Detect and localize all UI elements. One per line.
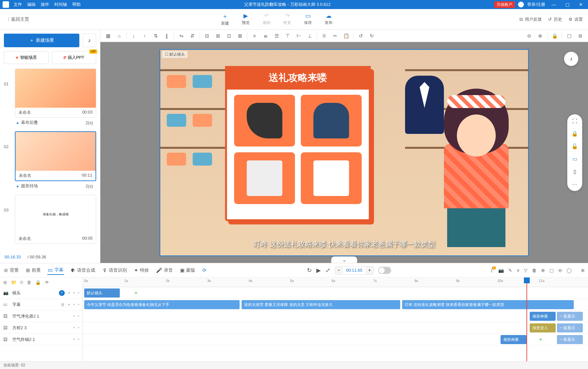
publish-button[interactable]: ☁发布 [325,12,333,26]
track-header-subtitle[interactable]: cc 字幕 🗑 + • • [0,299,83,310]
scene-card-3[interactable]: 准备礼物，略感艰 未命名00:05 [15,195,96,244]
new-button[interactable]: ＋新建 [221,12,229,26]
dot-icon[interactable]: • [78,314,79,319]
scene-music-button[interactable]: ♪ [83,34,96,47]
play-button[interactable]: ▶ [316,267,321,274]
close-button[interactable]: ✕ [576,2,586,7]
lock-group-icon[interactable]: ⊠ [235,31,245,40]
track-header-image[interactable]: 🖼 空气净化器2 1 • • [0,310,83,322]
canvas-stage[interactable]: ☐ 默认镜头 送礼攻略来喽 [100,42,588,263]
effect-clip[interactable]: 扇形伸展 [530,312,556,321]
fit-screen-icon[interactable]: ⛶ [572,118,577,124]
tab-background[interactable]: ⊘背景 [3,266,19,275]
layers-icon[interactable]: ▢ [564,31,574,40]
filter-icon[interactable]: ▽ [524,268,527,273]
tab-tts[interactable]: 🗣语音合成 [70,266,96,275]
eye-icon[interactable]: 👁 [45,280,49,285]
flip-v-icon[interactable]: ⇵ [187,31,198,40]
dot-icon[interactable]: • [74,326,75,330]
delete-layer-icon[interactable]: 🗑 [27,280,31,285]
tab-mask[interactable]: ▣蒙版 [179,266,196,275]
mobile-icon[interactable]: ▯ [573,168,576,174]
insert-ppt-button[interactable]: P插入PPTVIP [52,51,96,64]
effect-clip[interactable]: 一直显示 [557,335,583,344]
dot-icon[interactable]: • [74,314,75,319]
undo-button[interactable]: ↶撤销 [263,12,270,26]
lock-icon[interactable]: 🔒 [549,31,560,40]
subtitle-clip[interactable]: 今年父亲节 你是否在为给老爸准备礼物无从下手 [84,300,240,309]
zoom-in-icon[interactable]: ⊕ [535,31,545,40]
zoom-fit-tl-icon[interactable]: ◯ [567,268,572,273]
align-left-icon[interactable]: ≡ [249,31,260,40]
login-button[interactable]: 登录/注册 [527,2,545,7]
maximize-button[interactable]: ▢ [562,2,572,7]
flip-h-icon[interactable]: ⇋ [176,31,187,40]
add-keyframe-button[interactable]: + [536,335,545,344]
minimize-button[interactable]: — [548,2,559,7]
scene-card-2[interactable]: 未命名00:11 [15,131,96,181]
export-icon[interactable]: ⧉ [575,31,585,40]
camera-icon[interactable]: 📷 [498,268,504,273]
align-v-icon[interactable]: ‖ [162,31,172,40]
dot-icon[interactable]: • [78,291,79,295]
group-icon[interactable]: ⊞ [213,31,223,40]
copy-icon[interactable]: ⎘ [319,31,329,40]
camera-clip[interactable]: 默认镜头 [84,288,120,298]
upload-icon[interactable]: ↑ [140,31,150,40]
folder-icon[interactable]: 📁 [11,280,17,285]
zoom-out-tl-icon[interactable]: ⊖ [558,268,562,273]
back-home-button[interactable]: 〈 返回主页 [0,16,34,22]
dot-icon[interactable]: • [74,302,75,307]
effect-clip[interactable]: 一直显示 [557,312,583,321]
dot-icon[interactable]: • [78,337,79,342]
copy-layer-icon[interactable]: ⎘ [20,280,23,285]
tab-subtitle[interactable]: cc字幕 [47,266,64,275]
tab-asr[interactable]: 🎙语音识别 [102,266,128,275]
add-icon[interactable]: + [68,302,70,307]
new-scene-button[interactable]: ＋新建场景 [4,34,79,47]
table-icon[interactable]: ▦ [103,31,113,40]
playhead[interactable] [526,277,527,361]
ungroup-icon[interactable]: ⊡ [224,31,234,40]
scene-transition[interactable]: ▸圆形转场2(s) [4,181,96,191]
time-plus-button[interactable]: + [366,266,373,274]
menu-edit[interactable]: 编辑 [27,2,36,7]
menu-timeline[interactable]: 时间轴 [54,2,67,7]
subtitle-clip[interactable]: 叮咚 这份送礼攻略来喽 快来看看你家老爸属于哪一款类型 [402,300,574,309]
dot-icon[interactable]: • [78,302,79,307]
dot-icon[interactable]: • [74,337,75,342]
desktop-icon[interactable]: ▭ [572,156,577,162]
align-right-icon[interactable]: ☰ [271,31,282,40]
redo-button[interactable]: ↷恢复 [283,12,291,26]
settings-button[interactable]: ⚙设置 [569,16,583,22]
dot-icon[interactable]: • [78,326,79,330]
time-minus-button[interactable]: − [335,266,343,274]
rotate-left-icon[interactable]: ↺ [356,31,366,40]
timeline-track-subtitle[interactable]: 今年父亲节 你是否在为给老爸准备礼物无从下手 送的太便宜 质量又没保障 送的太贵… [83,299,588,310]
align-center-icon[interactable]: ≣ [260,31,271,40]
menu-file[interactable]: 文件 [14,2,22,7]
more-icon[interactable]: ⋯ [572,181,577,187]
tab-effects[interactable]: ✦特效 [133,266,150,275]
effect-clip[interactable]: 扇形伸展 [501,335,526,344]
loop-icon[interactable]: ↻ [307,267,312,274]
distribute-icon[interactable]: ⊟ [202,31,212,40]
rotate-right-icon[interactable]: ↻ [367,31,377,40]
marker-icon[interactable]: ▢ [549,268,554,273]
trash-icon[interactable]: 🗑 [532,268,537,273]
history-button[interactable]: ↺历史 [548,16,562,22]
upgrade-account-button[interactable]: 升级账户 [494,1,515,8]
tab-record[interactable]: 🎤录音 [155,266,174,275]
collapse-canvas-button[interactable]: ⌄ [331,256,357,263]
scene-card-1[interactable]: 未命名00:03 [15,69,96,118]
add-layer-icon[interactable]: ⊞ [3,280,7,285]
trash-icon[interactable]: 🗑 [61,302,65,307]
lock-closed-icon[interactable]: 🔒 [571,130,578,136]
align-mid-icon[interactable]: ⊢ [293,31,304,40]
effect-clip[interactable]: 一直显示 [557,323,583,332]
download-icon[interactable]: ↓ [129,31,139,40]
edit-icon[interactable]: ✎ [508,268,512,273]
lock-open-icon[interactable]: 🔓 [571,143,578,149]
timeline-tracks[interactable]: 0s 1s 2s 3s 4s 5s 6s 7s 8s 9s 10s 11s 默认… [83,277,588,361]
zoom-out-icon[interactable]: ⊖ [524,31,534,40]
